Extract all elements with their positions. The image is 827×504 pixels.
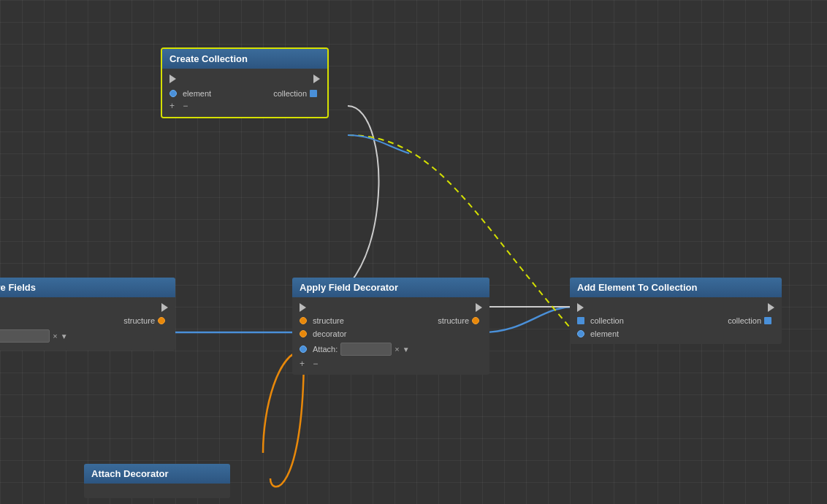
node-attach-decorator[interactable]: Attach Decorator	[84, 464, 230, 498]
exec-row	[300, 303, 482, 312]
collection-pin-label: collection	[273, 89, 307, 98]
structure-out-pin: structure	[438, 316, 482, 325]
element-pin-left: element	[169, 89, 211, 98]
structure-in-label: structure	[313, 316, 344, 325]
attach-label: Attach:	[313, 345, 338, 354]
right-exec-pin	[313, 75, 320, 83]
connections-layer	[0, 0, 827, 504]
exec-in	[577, 303, 584, 312]
node-attach-decorator-body	[84, 484, 230, 498]
element-pin-dot	[169, 90, 177, 97]
node-structure-fields-body: structure structure Attach: × ▼	[0, 297, 175, 351]
structure-out-dot	[472, 317, 479, 324]
node-apply-field-decorator[interactable]: Apply Field Decorator structure structur…	[292, 278, 489, 375]
attach-input-row: Attach: × ▼	[0, 329, 168, 343]
node-title: Structure Fields	[0, 282, 36, 293]
exec-row	[577, 303, 774, 312]
add-remove-controls[interactable]: + −	[300, 359, 482, 369]
node-apply-field-body: structure structure decorator Attach: × …	[292, 297, 489, 375]
node-attach-decorator-header: Attach Decorator	[84, 464, 230, 484]
collection-in-pin: collection	[577, 316, 624, 325]
node-title: Create Collection	[169, 53, 248, 64]
exec-in-icon	[577, 303, 584, 312]
exec-out-icon	[313, 75, 320, 83]
structure-out-label: structure	[438, 316, 469, 325]
node-add-element-header: Add Element To Collection	[570, 278, 782, 297]
node-title: Attach Decorator	[91, 468, 168, 479]
exec-out-icon	[768, 303, 774, 312]
element-label: element	[590, 329, 619, 338]
collection-in-dot	[577, 317, 584, 324]
attach-pin-dot	[300, 345, 307, 353]
clear-button[interactable]: ×	[53, 332, 57, 340]
collection-pin-right: collection	[273, 89, 320, 98]
collection-out-pin: collection	[728, 316, 774, 325]
attach-input-row: Attach: × ▼	[300, 343, 482, 356]
exec-row	[0, 303, 168, 312]
exec-out-icon	[476, 303, 482, 312]
right-exec	[161, 303, 168, 312]
data-pins-row: element collection	[169, 89, 320, 98]
node-create-collection-header: Create Collection	[162, 49, 327, 69]
node-title: Add Element To Collection	[577, 282, 697, 293]
exec-in	[300, 303, 306, 312]
decorator-pin: decorator	[300, 329, 482, 338]
attach-input[interactable]	[340, 343, 392, 356]
exec-out	[476, 303, 482, 312]
clear-button[interactable]: ×	[395, 345, 399, 354]
element-pin: element	[577, 329, 774, 338]
node-canvas: Create Collection element co	[0, 0, 827, 504]
add-remove-controls[interactable]: + −	[169, 101, 320, 111]
structure-in-dot	[300, 317, 307, 324]
structure-out-pin: structure	[123, 316, 168, 325]
element-dot	[577, 330, 584, 337]
node-structure-fields-header: Structure Fields	[0, 278, 175, 297]
exec-in-icon	[169, 75, 176, 83]
decorator-dot	[300, 330, 307, 337]
left-exec-pin	[169, 75, 176, 83]
collection-out-label: collection	[728, 316, 761, 325]
node-title: Apply Field Decorator	[300, 282, 398, 293]
structure-out-dot	[158, 317, 165, 324]
exec-pins-row	[169, 75, 320, 83]
node-add-element-to-collection[interactable]: Add Element To Collection collection col…	[570, 278, 782, 344]
collection-pin-dot	[310, 90, 317, 97]
dropdown-icon[interactable]: ▼	[403, 345, 410, 354]
structure-out-label: structure	[123, 316, 155, 325]
structure-pins: structure structure	[0, 316, 168, 325]
exec-out	[768, 303, 774, 312]
decorator-label: decorator	[313, 329, 346, 338]
attach-input[interactable]	[0, 329, 50, 343]
dropdown-icon[interactable]: ▼	[61, 332, 68, 340]
node-structure-fields[interactable]: Structure Fields structure structure Att…	[0, 278, 175, 351]
exec-in-icon	[300, 303, 306, 312]
node-apply-field-header: Apply Field Decorator	[292, 278, 489, 297]
element-pin-label: element	[183, 89, 211, 98]
node-add-element-body: collection collection element	[570, 297, 782, 344]
collection-row: collection collection	[577, 316, 774, 325]
structure-in-pin: structure	[300, 316, 344, 325]
structure-row: structure structure	[300, 316, 482, 325]
exec-out-icon	[161, 303, 168, 312]
node-create-collection-body: element collection + −	[162, 69, 327, 117]
collection-out-dot	[764, 317, 771, 324]
collection-in-label: collection	[590, 316, 624, 325]
node-create-collection[interactable]: Create Collection element co	[161, 47, 329, 118]
